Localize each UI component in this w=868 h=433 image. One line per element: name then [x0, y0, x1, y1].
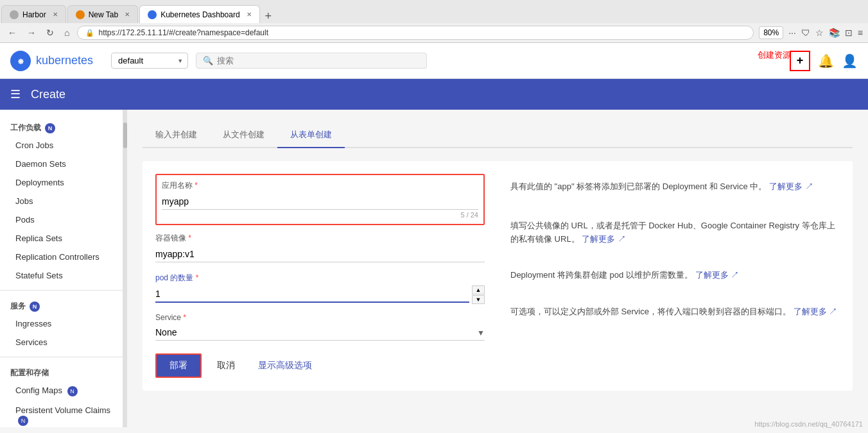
- tab-newtab-label: New Tab: [89, 10, 118, 19]
- form-left-column: 应用名称 5 / 24 容器镜像 pod 的数量: [155, 174, 485, 378]
- url-text: https://172.25.11.11/#/create?namespace=…: [98, 28, 268, 37]
- harbor-favicon: [10, 10, 19, 19]
- tab-bar: Harbor ✕ New Tab ✕ Kubernetes Dashboard …: [0, 0, 868, 23]
- sidebar-item-cronjobs[interactable]: Cron Jobs: [0, 136, 123, 155]
- service-label: Service: [155, 313, 485, 322]
- reader-view-icon[interactable]: ⊡: [845, 28, 853, 38]
- menu-icon[interactable]: ≡: [858, 28, 863, 38]
- app-name-counter: 5 / 24: [162, 211, 478, 219]
- tab-harbor[interactable]: Harbor ✕: [1, 5, 66, 23]
- sidebar-scrollbar-area: [123, 110, 127, 427]
- browser-chrome: Harbor ✕ New Tab ✕ Kubernetes Dashboard …: [0, 0, 868, 43]
- app-name-info: 具有此值的 "app" 标签将添加到已部署的 Deployment 和 Serv…: [510, 180, 840, 194]
- forward-button[interactable]: →: [24, 26, 39, 39]
- action-row: 部署 取消 显示高级选项: [155, 353, 485, 378]
- header-actions: + 🔔 👤: [790, 51, 858, 71]
- cancel-button[interactable]: 取消: [209, 355, 243, 377]
- lock-icon: 🔒: [85, 29, 94, 37]
- pod-count-wrapper: ▲ ▼: [155, 286, 485, 303]
- search-icon: 🔍: [203, 56, 213, 65]
- container-image-info-link[interactable]: 了解更多 ↗: [582, 234, 626, 244]
- main-content: 输入并创建 从文件创建 从表单创建 应用名称 5 / 24 容器镜像: [127, 110, 868, 427]
- namespace-select[interactable]: default: [111, 53, 188, 69]
- sidebar-item-configmaps[interactable]: Config Maps N: [0, 381, 123, 401]
- pod-count-decrement[interactable]: ▼: [472, 295, 485, 304]
- sidebar-section-workload: 工作负载 N: [0, 117, 123, 136]
- tab-k8s[interactable]: Kubernetes Dashboard ✕: [139, 5, 259, 23]
- service-info-link[interactable]: 了解更多 ↗: [794, 307, 838, 316]
- pod-count-field-container: pod 的数量 ▲ ▼: [155, 273, 485, 303]
- service-info-text: 可选项，可以定义内部或外部 Service，将传入端口映射到容器的目标端口。: [510, 307, 791, 316]
- user-avatar-icon[interactable]: 👤: [842, 53, 858, 69]
- container-image-field-container: 容器镜像: [155, 233, 485, 262]
- star-icon[interactable]: ☆: [815, 28, 824, 38]
- sidebar-item-daemonsets[interactable]: Daemon Sets: [0, 155, 123, 173]
- app-name-field-container: 应用名称 5 / 24: [155, 174, 485, 225]
- refresh-button[interactable]: ↻: [44, 26, 56, 39]
- url-box[interactable]: 🔒 https://172.25.11.11/#/create?namespac…: [77, 26, 754, 40]
- tab-form-create[interactable]: 从表单创建: [277, 123, 345, 148]
- form-grid: 应用名称 5 / 24 容器镜像 pod 的数量: [155, 174, 840, 378]
- deploy-button[interactable]: 部署: [155, 353, 202, 378]
- home-button[interactable]: ⌂: [62, 26, 72, 39]
- new-tab-button[interactable]: +: [260, 10, 277, 23]
- pvc-badge: N: [18, 416, 28, 426]
- service-field-container: Service None Internal External ▼: [155, 313, 485, 341]
- container-image-input[interactable]: [155, 246, 485, 262]
- sidebar-item-ingresses[interactable]: Ingresses: [0, 314, 123, 333]
- tab-newtab-close[interactable]: ✕: [125, 11, 130, 18]
- sidebar-divider-1: [0, 290, 123, 291]
- k8s-logo-text: kubernetes: [36, 54, 93, 67]
- pod-spinner: ▲ ▼: [472, 285, 485, 304]
- sidebar-section-service: 服务 N: [0, 296, 123, 314]
- sidebar-item-services[interactable]: Services: [0, 333, 123, 352]
- advanced-options-button[interactable]: 显示高级选项: [250, 355, 320, 377]
- browser-actions: ··· 🛡 ☆ 📚 ⊡ ≡: [788, 28, 863, 38]
- app-header: ⎈ kubernetes default 🔍 + 🔔 👤 创建资源: [0, 43, 868, 79]
- app-name-input[interactable]: [162, 194, 478, 210]
- form-section: 应用名称 5 / 24 容器镜像 pod 的数量: [143, 161, 853, 391]
- create-resource-button[interactable]: +: [790, 51, 810, 71]
- sidebar-item-jobs[interactable]: Jobs: [0, 192, 123, 210]
- tab-file-create[interactable]: 从文件创建: [210, 123, 277, 148]
- pod-count-info: Deployment 将跨集群创建 pod 以维护所需数量。 了解更多 ↗: [510, 269, 840, 282]
- sidebar-item-deployments[interactable]: Deployments: [0, 173, 123, 192]
- tab-input-create[interactable]: 输入并创建: [143, 123, 210, 148]
- pod-count-increment[interactable]: ▲: [472, 285, 485, 294]
- sidebar-divider-2: [0, 357, 123, 357]
- shield-icon: 🛡: [801, 28, 810, 38]
- sidebar-item-statefulsets[interactable]: Stateful Sets: [0, 266, 123, 285]
- sidebar-scrollbar-thumb[interactable]: [123, 123, 127, 148]
- pod-count-info-link[interactable]: 了解更多 ↗: [695, 270, 740, 280]
- bookmarks-icon[interactable]: 📚: [829, 28, 840, 38]
- service-info: 可选项，可以定义内部或外部 Service，将传入端口映射到容器的目标端口。 了…: [510, 305, 840, 319]
- form-right-column: 具有此值的 "app" 标签将添加到已部署的 Deployment 和 Serv…: [510, 174, 840, 378]
- sidebar-item-pods[interactable]: Pods: [0, 210, 123, 229]
- search-input[interactable]: [217, 56, 420, 65]
- app-name-info-text: 具有此值的 "app" 标签将添加到已部署的 Deployment 和 Serv…: [510, 182, 767, 191]
- main-layout: 工作负载 N Cron Jobs Daemon Sets Deployments…: [0, 110, 868, 427]
- app-name-info-link[interactable]: 了解更多 ↗: [769, 182, 813, 191]
- hamburger-menu-icon[interactable]: ☰: [10, 87, 21, 101]
- service-badge: N: [30, 301, 40, 312]
- search-box[interactable]: 🔍: [196, 53, 427, 69]
- sidebar-item-replicasets[interactable]: Replica Sets: [0, 229, 123, 248]
- container-image-info-text: 填写公共镜像的 URL，或者是托管于 Docker Hub、Google Con…: [510, 221, 835, 244]
- sidebar-item-replicationcontrollers[interactable]: Replication Controllers: [0, 248, 123, 266]
- sidebar-section-config: 配置和存储: [0, 362, 123, 381]
- notification-bell-icon[interactable]: 🔔: [818, 53, 834, 69]
- service-select[interactable]: None Internal External: [155, 325, 485, 341]
- pod-count-info-text: Deployment 将跨集群创建 pod 以维护所需数量。: [510, 270, 693, 280]
- more-options-icon[interactable]: ···: [788, 28, 796, 38]
- address-bar: ← → ↻ ⌂ 🔒 https://172.25.11.11/#/create?…: [0, 23, 868, 42]
- watermark: https://blog.csdn.net/qq_40764171: [754, 420, 863, 427]
- k8s-logo: ⎈ kubernetes: [10, 51, 93, 71]
- sidebar-item-pvc[interactable]: Persistent Volume Claims N: [0, 401, 123, 427]
- tab-k8s-close[interactable]: ✕: [247, 11, 252, 18]
- tab-newtab[interactable]: New Tab ✕: [67, 5, 138, 23]
- back-button[interactable]: ←: [5, 26, 19, 39]
- tab-k8s-label: Kubernetes Dashboard: [161, 10, 239, 19]
- tab-harbor-close[interactable]: ✕: [53, 11, 58, 18]
- k8s-logo-icon: ⎈: [10, 51, 31, 71]
- pod-count-input[interactable]: [155, 286, 469, 303]
